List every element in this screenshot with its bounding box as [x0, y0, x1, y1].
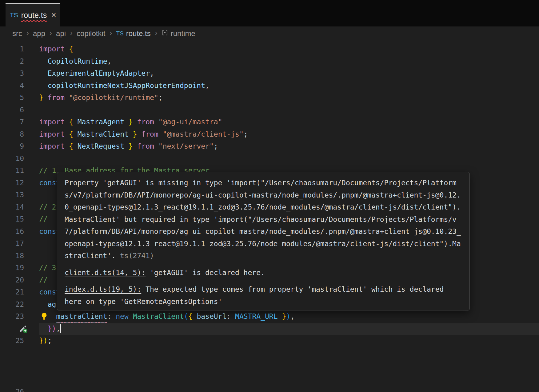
code-token: )	[52, 325, 56, 333]
code-line[interactable]: }),	[0, 323, 539, 335]
code-line[interactable]: 10	[0, 153, 539, 165]
code-line[interactable]: 6	[0, 104, 539, 116]
line-number[interactable]: 7	[0, 116, 39, 128]
code-token	[43, 94, 48, 102]
line-number[interactable]: 14	[0, 201, 39, 214]
code-line[interactable]: 23 mastraClient: new MastraClient({ base…	[0, 310, 539, 323]
line-number[interactable]: 18	[0, 250, 39, 262]
code-text[interactable]	[39, 104, 539, 116]
code-token: ,	[107, 57, 112, 65]
code-token: }	[48, 325, 52, 333]
close-icon[interactable]: ×	[51, 11, 56, 19]
line-number[interactable]: 12	[0, 177, 39, 189]
code-token: {	[69, 45, 73, 53]
code-token: baseUrl	[197, 312, 226, 320]
line-number[interactable]: 13	[0, 189, 39, 201]
code-text[interactable]: import { MastraClient } from "@mastra/cl…	[39, 128, 539, 141]
code-text[interactable]	[39, 153, 539, 165]
code-token	[73, 118, 78, 126]
breadcrumb: src › app › api › copilotkit › TS route.…	[0, 26, 539, 41]
text-cursor	[60, 324, 61, 333]
code-text[interactable]: import {	[39, 43, 539, 55]
line-number[interactable]: 4	[0, 80, 39, 92]
error-tooltip: Property 'getAGUI' is missing in type 'i…	[57, 172, 470, 310]
copilot-edit-icon[interactable]	[0, 323, 39, 335]
code-text[interactable]: import { MastraAgent } from "@ag-ui/mast…	[39, 116, 539, 128]
chevron-right-icon: ›	[70, 29, 73, 37]
error-message-block: Property 'getAGUI' is missing in type 'i…	[65, 177, 462, 262]
code-token: {	[69, 130, 73, 138]
code-token	[39, 300, 48, 308]
tab-route-ts[interactable]: TS route.ts ×	[6, 3, 60, 26]
code-text[interactable]: ExperimentalEmptyAdapter,	[39, 67, 539, 80]
code-token: MastraAgent	[78, 118, 124, 126]
code-line[interactable]: 7import { MastraAgent } from "@ag-ui/mas…	[0, 116, 539, 128]
code-line[interactable]: 25});	[0, 335, 539, 347]
code-token: ,	[290, 312, 295, 320]
line-number: 26	[0, 388, 24, 392]
code-token	[65, 118, 69, 126]
code-token: MASTRA_URL	[235, 312, 277, 320]
code-line[interactable]: 8import { MastraClient } from "@mastra/c…	[0, 128, 539, 141]
line-number[interactable]: 2	[0, 55, 39, 68]
link-index-dts[interactable]: index.d.ts(19, 5):	[65, 285, 141, 293]
code-token: (	[184, 312, 188, 320]
line-number[interactable]: 20	[0, 274, 39, 286]
line-number[interactable]: 16	[0, 226, 39, 238]
code-text[interactable]: copilotRuntimeNextJSAppRouterEndpoint,	[39, 80, 539, 92]
line-number[interactable]: 17	[0, 238, 39, 250]
code-token	[193, 312, 197, 320]
line-number[interactable]: 1	[0, 43, 39, 55]
line-number[interactable]: 25	[0, 335, 39, 347]
code-line[interactable]: 4 copilotRuntimeNextJSAppRouterEndpoint,	[0, 80, 539, 92]
code-token: import	[39, 142, 65, 150]
code-token: :	[107, 312, 116, 320]
code-token: {	[69, 142, 73, 150]
line-number[interactable]: 15	[0, 213, 39, 226]
lightbulb-icon[interactable]	[40, 312, 48, 321]
code-text[interactable]: mastraClient: new MastraClient({ baseUrl…	[39, 310, 539, 323]
code-token: )	[286, 312, 290, 320]
code-token	[65, 94, 69, 102]
code-line[interactable]: 9import { NextRequest } from "next/serve…	[0, 140, 539, 153]
code-text[interactable]: import { NextRequest } from "next/server…	[39, 140, 539, 153]
line-number[interactable]: 6	[0, 104, 39, 116]
line-number[interactable]: 19	[0, 262, 39, 274]
breadcrumb-file[interactable]: TS route.ts	[116, 29, 150, 38]
code-line[interactable]: 2 CopilotRuntime,	[0, 55, 539, 68]
line-number[interactable]: 8	[0, 128, 39, 141]
code-line[interactable]: 5} from "@copilotkit/runtime";	[0, 92, 539, 104]
code-text[interactable]: });	[39, 335, 539, 347]
code-line[interactable]: 1import {	[0, 43, 539, 55]
code-token: ;	[244, 130, 248, 138]
code-line[interactable]: 3 ExperimentalEmptyAdapter,	[0, 67, 539, 80]
tab-title: route.ts	[21, 11, 47, 20]
line-number[interactable]: 23	[0, 310, 39, 323]
code-token: {	[188, 312, 193, 320]
code-token: ,	[56, 325, 60, 333]
line-number[interactable]: 10	[0, 153, 39, 165]
code-text[interactable]: CopilotRuntime,	[39, 55, 539, 68]
error-reference-2: index.d.ts(19, 5): The expected type com…	[65, 283, 462, 308]
line-number[interactable]: 5	[0, 92, 39, 104]
breadcrumb-symbol-runtime[interactable]: runtime	[162, 29, 195, 38]
code-token: "@mastra/client-js"	[163, 130, 244, 138]
code-token	[129, 312, 133, 320]
code-text[interactable]: }),	[39, 323, 539, 335]
code-token: from	[48, 94, 65, 102]
breadcrumb-api[interactable]: api	[56, 29, 66, 38]
breadcrumb-copilotkit[interactable]: copilotkit	[77, 29, 105, 38]
code-text[interactable]: } from "@copilotkit/runtime";	[39, 92, 539, 104]
breadcrumb-app[interactable]: app	[33, 29, 45, 38]
line-number[interactable]: 22	[0, 298, 39, 311]
line-number[interactable]: 21	[0, 286, 39, 298]
breadcrumb-src[interactable]: src	[12, 29, 22, 38]
line-number[interactable]: 3	[0, 67, 39, 80]
code-token: ;	[158, 94, 163, 102]
code-token: ExperimentalEmptyAdapter	[48, 69, 150, 77]
code-token	[154, 142, 158, 150]
link-client-dts[interactable]: client.d.ts(14, 5):	[65, 269, 146, 277]
code-token	[39, 325, 48, 333]
line-number[interactable]: 11	[0, 165, 39, 177]
line-number[interactable]: 9	[0, 140, 39, 153]
